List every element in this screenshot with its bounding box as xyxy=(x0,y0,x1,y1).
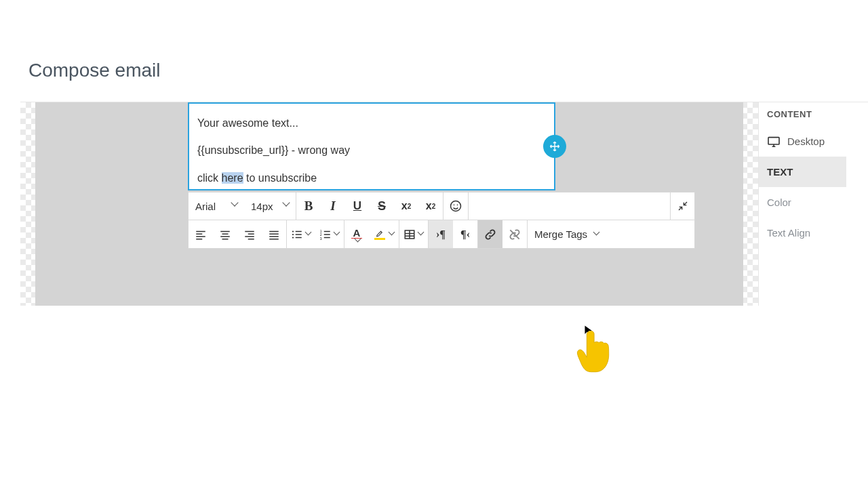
underline-icon: U xyxy=(351,199,364,213)
panel-option-text-align-label: Text Align xyxy=(767,227,810,239)
emoji-icon xyxy=(449,199,462,213)
desktop-icon xyxy=(767,136,781,147)
chevron-down-icon xyxy=(355,239,361,241)
text-selection[interactable]: here xyxy=(222,172,243,184)
text-toolbar: Arial 14px B I U S x2 x2 xyxy=(188,192,695,249)
move-icon xyxy=(549,141,560,152)
panel-header-content: CONTENT xyxy=(759,102,846,126)
ltr-direction-button[interactable]: ›¶ xyxy=(429,220,453,248)
align-justify-button[interactable] xyxy=(262,220,286,248)
device-desktop-option[interactable]: Desktop xyxy=(759,126,846,157)
chevron-down-icon xyxy=(232,203,239,209)
emoji-button[interactable] xyxy=(443,192,468,220)
superscript-button[interactable]: x2 xyxy=(394,192,418,220)
subscript-button[interactable]: x2 xyxy=(418,192,443,220)
svg-point-4 xyxy=(292,233,294,235)
panel-tab-text-label: TEXT xyxy=(767,166,793,178)
insert-link-button[interactable] xyxy=(478,220,502,248)
font-size-dropdown[interactable]: 14px xyxy=(244,192,296,220)
italic-icon: I xyxy=(326,199,340,213)
strikethrough-button[interactable]: S xyxy=(370,192,394,220)
rtl-direction-button[interactable]: ¶‹ xyxy=(453,220,477,248)
text-line-3[interactable]: click here to unsubscribe xyxy=(197,171,546,186)
text-line-3-post: to unsubscribe xyxy=(243,172,317,184)
panel-option-text-align[interactable]: Text Align xyxy=(759,218,846,248)
align-right-icon xyxy=(243,228,256,241)
merge-tags-label: Merge Tags xyxy=(534,228,587,240)
svg-rect-10 xyxy=(768,137,779,144)
svg-point-1 xyxy=(454,205,455,206)
bullet-list-icon xyxy=(291,228,303,241)
text-block[interactable]: Your awesome text... {{unsubscribe_url}}… xyxy=(188,102,555,190)
numbered-list-icon: 123 xyxy=(319,228,332,241)
svg-point-2 xyxy=(457,205,458,206)
cursor-arrow-icon xyxy=(584,325,593,337)
panel-tab-text[interactable]: TEXT xyxy=(759,157,846,187)
numbered-list-button[interactable]: 123 xyxy=(315,220,344,248)
font-size-value: 14px xyxy=(251,201,273,212)
svg-point-3 xyxy=(292,230,294,232)
remove-link-button[interactable] xyxy=(502,220,527,248)
align-right-button[interactable] xyxy=(237,220,262,248)
strikethrough-icon: S xyxy=(375,199,389,213)
align-justify-icon xyxy=(268,228,280,241)
page-title: Compose email xyxy=(0,0,868,102)
svg-point-0 xyxy=(451,201,461,211)
text-line-1[interactable]: Your awesome text... xyxy=(197,116,546,131)
collapse-toolbar-button[interactable] xyxy=(670,192,694,220)
align-left-button[interactable] xyxy=(189,220,213,248)
font-family-dropdown[interactable]: Arial xyxy=(189,192,244,220)
table-button[interactable] xyxy=(399,220,428,248)
link-icon xyxy=(484,228,497,241)
align-left-icon xyxy=(195,228,207,241)
toolbar-row-1: Arial 14px B I U S x2 x2 xyxy=(188,192,695,220)
table-icon xyxy=(403,228,416,241)
panel-option-color[interactable]: Color xyxy=(759,187,846,218)
collapse-icon xyxy=(677,201,688,211)
move-handle[interactable] xyxy=(543,135,566,158)
text-color-icon: A xyxy=(350,228,363,241)
align-center-icon xyxy=(219,228,231,241)
svg-point-5 xyxy=(292,237,294,238)
text-line-3-pre: click xyxy=(197,172,222,184)
bold-button[interactable]: B xyxy=(296,192,321,220)
properties-panel: CONTENT Desktop TEXT Color Text Align xyxy=(758,102,846,306)
bold-icon: B xyxy=(302,199,315,213)
chevron-down-icon xyxy=(594,232,599,237)
panel-option-color-label: Color xyxy=(767,197,791,208)
align-center-button[interactable] xyxy=(213,220,237,248)
text-line-2[interactable]: {{unsubscribe_url}} - wrong way xyxy=(197,143,546,158)
chevron-down-icon xyxy=(306,232,311,237)
chevron-down-icon xyxy=(418,232,424,237)
highlight-color-button[interactable] xyxy=(369,220,399,248)
text-color-button[interactable]: A xyxy=(344,220,369,248)
italic-button[interactable]: I xyxy=(321,192,345,220)
unlink-icon xyxy=(508,228,521,241)
svg-text:3: 3 xyxy=(320,236,322,240)
underline-button[interactable]: U xyxy=(345,192,370,220)
font-family-value: Arial xyxy=(195,201,216,212)
pointer-hand-icon xyxy=(574,327,615,376)
editor-canvas[interactable]: Your awesome text... {{unsubscribe_url}}… xyxy=(20,102,758,306)
merge-tags-dropdown[interactable]: Merge Tags xyxy=(528,220,606,248)
chevron-down-icon xyxy=(283,203,290,209)
rtl-icon: ¶‹ xyxy=(458,228,472,241)
chevron-down-icon xyxy=(389,232,395,237)
bullet-list-button[interactable] xyxy=(287,220,315,248)
ltr-icon: ›¶ xyxy=(434,228,448,241)
highlight-icon xyxy=(373,228,387,241)
superscript-icon: x2 xyxy=(399,199,413,213)
subscript-icon: x2 xyxy=(424,199,437,213)
chevron-down-icon xyxy=(334,232,340,237)
workspace: Your awesome text... {{unsubscribe_url}}… xyxy=(20,102,868,306)
toolbar-row-2: 123 A xyxy=(188,220,695,249)
device-desktop-label: Desktop xyxy=(787,136,825,147)
